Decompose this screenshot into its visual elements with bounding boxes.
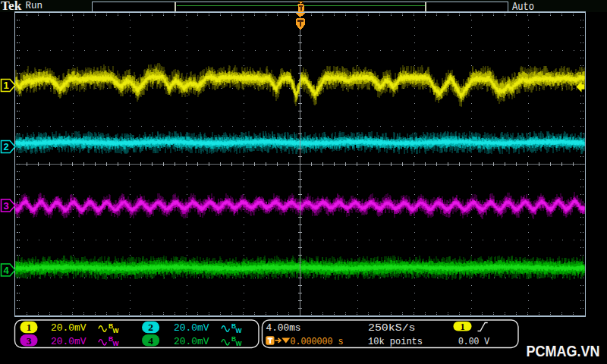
svg-text:20.0mV: 20.0mV [174, 322, 209, 334]
svg-text:W: W [113, 340, 120, 347]
svg-text:2: 2 [148, 322, 153, 333]
svg-text:3: 3 [3, 200, 8, 212]
svg-text:0.000000 s: 0.000000 s [291, 336, 344, 347]
svg-text:4.00ms: 4.00ms [266, 322, 301, 334]
svg-text:250kS/s: 250kS/s [368, 322, 416, 334]
svg-text:0.00 V: 0.00 V [458, 336, 490, 347]
svg-text:3: 3 [27, 335, 32, 347]
svg-text:20.0mV: 20.0mV [174, 336, 209, 347]
svg-text:W: W [236, 327, 243, 334]
svg-text:20.0mV: 20.0mV [51, 322, 86, 334]
svg-text:4: 4 [3, 265, 9, 276]
svg-text:2: 2 [3, 141, 8, 152]
svg-text:PCMAG.VN: PCMAG.VN [527, 343, 600, 359]
svg-text:W: W [236, 340, 243, 347]
svg-text:10k points: 10k points [368, 336, 423, 347]
svg-text:1: 1 [27, 322, 32, 333]
svg-text:Tek: Tek [1, 0, 22, 13]
svg-text:Run: Run [26, 1, 43, 11]
svg-text:1: 1 [460, 322, 464, 332]
svg-text:1: 1 [3, 80, 8, 91]
svg-text:20.0mV: 20.0mV [51, 336, 86, 347]
svg-text:W: W [113, 327, 120, 334]
svg-text:Auto: Auto [512, 1, 534, 14]
svg-text:4: 4 [148, 335, 153, 347]
